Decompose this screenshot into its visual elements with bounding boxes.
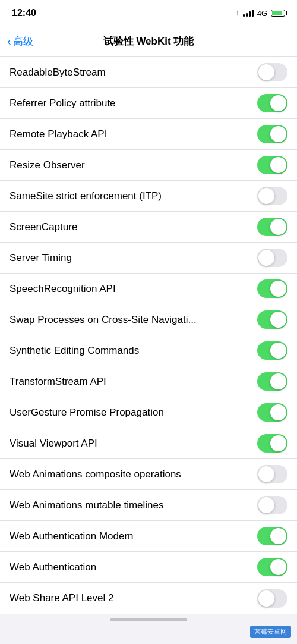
toggle-readable-byte-stream[interactable]	[257, 63, 287, 81]
home-indicator	[0, 614, 297, 625]
toggle-thumb-samesite-strict	[258, 188, 274, 204]
setting-row-screen-capture: ScreenCapture	[0, 212, 297, 243]
setting-row-resize-observer: Resize Observer	[0, 150, 297, 181]
battery-fill	[272, 11, 282, 15]
toggle-speech-recognition[interactable]	[257, 279, 287, 298]
toggle-samesite-strict[interactable]	[257, 187, 287, 205]
signal-bars-icon	[243, 10, 254, 17]
setting-row-samesite-strict: SameSite strict enforcement (ITP)	[0, 181, 297, 212]
toggle-web-animations-composite[interactable]	[257, 465, 287, 483]
setting-label-synthetic-editing: Synthetic Editing Commands	[10, 345, 257, 357]
setting-row-remote-playback: Remote Playback API	[0, 119, 297, 150]
setting-row-referrer-policy: Referrer Policy attribute	[0, 88, 297, 119]
toggle-screen-capture[interactable]	[257, 218, 287, 236]
back-button[interactable]: ‹ 高级	[7, 34, 33, 48]
toggle-thumb-resize-observer	[270, 157, 286, 173]
setting-label-transform-stream: TransformStream API	[10, 376, 257, 388]
setting-label-screen-capture: ScreenCapture	[10, 221, 257, 233]
status-time: 12:40	[12, 8, 36, 18]
toggle-web-auth-modern[interactable]	[257, 527, 287, 545]
setting-row-web-animations-composite: Web Animations composite operations	[0, 459, 297, 490]
toggle-resize-observer[interactable]	[257, 156, 287, 174]
toggle-swap-processes[interactable]	[257, 310, 287, 329]
toggle-thumb-web-share-api	[258, 590, 274, 607]
setting-label-web-share-api: Web Share API Level 2	[10, 592, 257, 604]
setting-label-readable-byte-stream: ReadableByteStream	[10, 67, 257, 78]
setting-label-web-animations-composite: Web Animations composite operations	[10, 469, 257, 480]
setting-row-synthetic-editing: Synthetic Editing Commands	[0, 335, 297, 366]
bar4	[252, 10, 254, 17]
toggle-referrer-policy[interactable]	[257, 94, 287, 112]
status-bar: 12:40 ↑ 4G	[0, 0, 297, 26]
setting-row-web-animations-mutable: Web Animations mutable timelines	[0, 490, 297, 521]
toggle-transform-stream[interactable]	[257, 372, 287, 391]
setting-label-visual-viewport: Visual Viewport API	[10, 438, 257, 450]
nav-bar: ‹ 高级 试验性 WebKit 功能	[0, 26, 297, 57]
setting-label-usergesture-promise: UserGesture Promise Propagation	[10, 407, 257, 419]
setting-label-web-auth-modern: Web Authentication Modern	[10, 530, 257, 542]
bar1	[243, 14, 245, 17]
toggle-thumb-visual-viewport	[270, 435, 286, 451]
bar3	[249, 11, 251, 17]
toggle-thumb-usergesture-promise	[270, 404, 286, 420]
toggle-thumb-remote-playback	[270, 126, 286, 142]
setting-label-swap-processes: Swap Processes on Cross-Site Navigati...	[10, 314, 257, 326]
setting-row-web-auth-modern: Web Authentication Modern	[0, 521, 297, 552]
bar2	[246, 13, 248, 17]
toggle-thumb-server-timing	[258, 250, 274, 266]
toggle-thumb-transform-stream	[270, 373, 286, 389]
setting-row-transform-stream: TransformStream API	[0, 366, 297, 397]
toggle-thumb-screen-capture	[270, 219, 286, 235]
setting-row-web-share-api: Web Share API Level 2	[0, 583, 297, 614]
setting-row-swap-processes: Swap Processes on Cross-Site Navigati...	[0, 304, 297, 335]
toggle-thumb-swap-processes	[270, 312, 286, 328]
setting-row-speech-recognition: SpeechRecognition API	[0, 274, 297, 304]
setting-row-usergesture-promise: UserGesture Promise Propagation	[0, 397, 297, 428]
back-chevron-icon: ‹	[7, 35, 11, 47]
battery-icon	[271, 10, 285, 17]
setting-label-speech-recognition: SpeechRecognition API	[10, 283, 257, 295]
watermark: 蓝莓安卓网	[250, 626, 291, 638]
toggle-web-animations-mutable[interactable]	[257, 496, 287, 514]
toggle-thumb-readable-byte-stream	[258, 64, 274, 80]
toggle-thumb-web-auth-modern	[270, 528, 286, 544]
back-label: 高级	[13, 34, 33, 48]
toggle-thumb-referrer-policy	[270, 95, 286, 111]
toggle-remote-playback[interactable]	[257, 125, 287, 143]
setting-row-server-timing: Server Timing	[0, 243, 297, 274]
toggle-synthetic-editing[interactable]	[257, 341, 287, 360]
setting-label-web-animations-mutable: Web Animations mutable timelines	[10, 500, 257, 511]
setting-label-referrer-policy: Referrer Policy attribute	[10, 98, 257, 109]
toggle-thumb-web-auth	[270, 559, 286, 575]
setting-row-readable-byte-stream: ReadableByteStream	[0, 57, 297, 88]
setting-row-visual-viewport: Visual Viewport API	[0, 428, 297, 459]
toggle-thumb-web-animations-mutable	[258, 497, 274, 513]
toggle-server-timing[interactable]	[257, 249, 287, 267]
toggle-thumb-synthetic-editing	[270, 343, 286, 359]
toggle-web-share-api[interactable]	[257, 589, 287, 608]
setting-row-web-auth: Web Authentication	[0, 552, 297, 583]
location-arrow-icon: ↑	[236, 9, 239, 17]
status-icons: ↑ 4G	[236, 9, 285, 18]
setting-label-remote-playback: Remote Playback API	[10, 128, 257, 140]
network-type: 4G	[257, 9, 267, 18]
home-bar	[110, 618, 187, 621]
setting-label-web-auth: Web Authentication	[10, 561, 257, 573]
setting-label-server-timing: Server Timing	[10, 252, 257, 264]
toggle-usergesture-promise[interactable]	[257, 403, 287, 422]
setting-label-samesite-strict: SameSite strict enforcement (ITP)	[10, 190, 257, 202]
setting-label-resize-observer: Resize Observer	[10, 159, 257, 171]
toggle-visual-viewport[interactable]	[257, 434, 287, 453]
settings-list: ReadableByteStreamReferrer Policy attrib…	[0, 57, 297, 614]
page-title: 试验性 WebKit 功能	[103, 34, 194, 48]
toggle-web-auth[interactable]	[257, 558, 287, 576]
toggle-thumb-web-animations-composite	[258, 466, 274, 482]
toggle-thumb-speech-recognition	[270, 281, 286, 297]
